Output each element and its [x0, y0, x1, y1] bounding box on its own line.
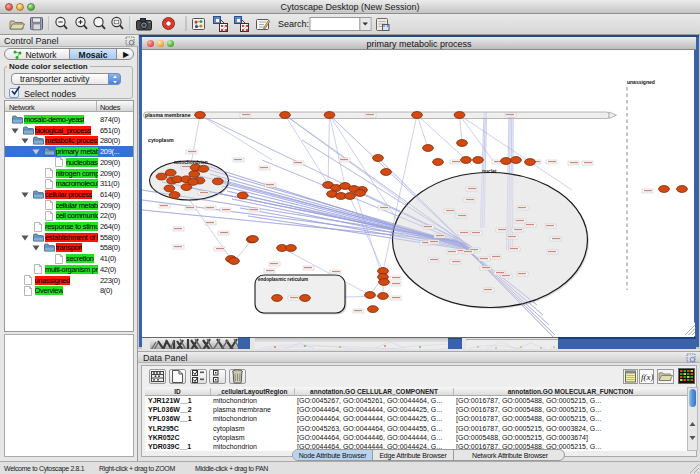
svg-text:f​(x): f​(x) — [641, 372, 654, 382]
svg-text:cytoplasm: cytoplasm — [148, 137, 174, 143]
svg-text:endoplasmic reticulum: endoplasmic reticulum — [258, 277, 308, 282]
svg-text:Search:: Search: — [278, 19, 309, 29]
svg-text:unassigned: unassigned — [627, 79, 655, 85]
svg-text:plasma membrane: plasma membrane — [145, 112, 191, 118]
svg-text:nuclei: nuclei — [482, 168, 497, 174]
svg-text:mitochondrion: mitochondrion — [174, 160, 208, 165]
